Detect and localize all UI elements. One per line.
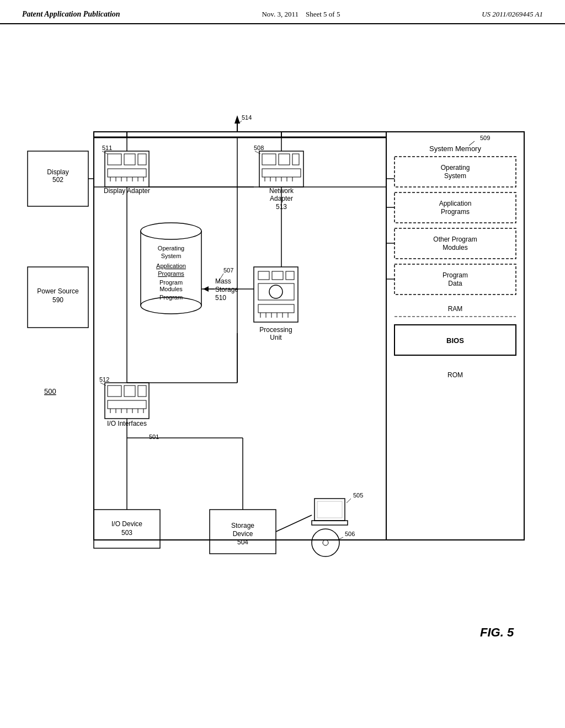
- svg-rect-143: [317, 501, 342, 518]
- svg-text:Storage: Storage: [231, 522, 254, 529]
- publication-title: Patent Application Publication: [22, 10, 120, 19]
- svg-text:511: 511: [102, 144, 112, 151]
- svg-rect-92: [286, 271, 294, 280]
- svg-text:Mass: Mass: [215, 277, 231, 285]
- svg-text:506: 506: [345, 531, 355, 537]
- svg-text:Unit: Unit: [270, 334, 282, 341]
- svg-text:514: 514: [242, 114, 252, 121]
- svg-text:RAM: RAM: [448, 305, 463, 313]
- svg-text:I/O Device: I/O Device: [111, 520, 142, 528]
- svg-rect-105: [108, 386, 121, 397]
- svg-rect-108: [108, 400, 146, 409]
- svg-text:Application: Application: [156, 263, 186, 269]
- svg-text:Programs: Programs: [158, 270, 184, 277]
- diagram-area: Display 502 Power Source 590 500 System …: [0, 30, 565, 703]
- date-sheet: Nov. 3, 2011 Sheet 5 of 5: [262, 10, 340, 19]
- svg-rect-33: [108, 169, 146, 177]
- svg-text:503: 503: [121, 529, 132, 537]
- svg-line-151: [276, 515, 312, 532]
- svg-text:501: 501: [149, 433, 159, 440]
- svg-point-147: [312, 529, 339, 556]
- svg-text:Program: Program: [443, 271, 468, 279]
- fig-500-label: 500: [44, 387, 56, 395]
- svg-rect-31: [124, 154, 135, 165]
- svg-text:Device: Device: [233, 530, 253, 538]
- svg-rect-30: [108, 154, 121, 165]
- patent-number: US 2011/0269445 A1: [482, 10, 543, 19]
- svg-point-148: [323, 540, 328, 545]
- svg-text:Modules: Modules: [159, 286, 183, 292]
- svg-rect-47: [292, 154, 299, 165]
- svg-rect-46: [279, 154, 290, 165]
- svg-text:Processing: Processing: [259, 326, 292, 334]
- svg-text:507: 507: [223, 267, 233, 274]
- svg-text:FIG. 5: FIG. 5: [480, 625, 514, 639]
- svg-text:Program: Program: [159, 294, 183, 301]
- svg-text:System: System: [161, 253, 182, 259]
- svg-text:Operating: Operating: [158, 245, 184, 251]
- svg-text:510: 510: [215, 294, 226, 302]
- svg-rect-93: [258, 283, 294, 300]
- svg-point-71: [141, 223, 201, 239]
- svg-text:Application: Application: [439, 200, 472, 207]
- svg-rect-91: [272, 271, 283, 280]
- svg-rect-107: [138, 386, 146, 397]
- svg-line-146: [347, 499, 351, 503]
- diagram-svg: Display 502 Power Source 590 500 System …: [0, 30, 565, 703]
- svg-rect-32: [138, 154, 146, 165]
- svg-text:512: 512: [99, 376, 109, 383]
- svg-rect-48: [262, 169, 301, 177]
- svg-rect-45: [262, 154, 276, 165]
- svg-text:Other Program: Other Program: [433, 235, 477, 243]
- svg-rect-142: [315, 499, 345, 521]
- svg-rect-90: [258, 271, 269, 280]
- svg-text:508: 508: [254, 144, 264, 151]
- svg-text:Operating: Operating: [441, 164, 470, 172]
- svg-text:505: 505: [353, 492, 363, 499]
- svg-text:ROM: ROM: [447, 371, 463, 379]
- svg-text:Storage: Storage: [215, 286, 238, 293]
- svg-rect-8: [386, 132, 524, 540]
- svg-text:System: System: [444, 172, 466, 180]
- svg-rect-144: [312, 521, 348, 525]
- svg-text:Programs: Programs: [441, 208, 470, 216]
- svg-text:System Memory: System Memory: [429, 144, 481, 153]
- svg-text:Program: Program: [159, 279, 183, 286]
- svg-text:504: 504: [237, 538, 248, 546]
- svg-text:Data: Data: [448, 280, 462, 287]
- svg-text:Power Source: Power Source: [37, 287, 79, 295]
- svg-text:502: 502: [52, 176, 63, 184]
- svg-marker-64: [234, 115, 240, 124]
- svg-text:Modules: Modules: [443, 244, 467, 251]
- sheet-info: Sheet 5 of 5: [306, 10, 340, 18]
- publication-date: Nov. 3, 2011: [262, 10, 299, 18]
- svg-point-94: [269, 285, 282, 298]
- svg-text:Display: Display: [47, 168, 68, 176]
- svg-text:BIOS: BIOS: [446, 336, 464, 345]
- svg-text:509: 509: [480, 135, 490, 141]
- svg-rect-95: [258, 304, 294, 313]
- svg-rect-106: [124, 386, 135, 397]
- svg-text:590: 590: [52, 296, 63, 304]
- page-header: Patent Application Publication Nov. 3, 2…: [0, 0, 565, 24]
